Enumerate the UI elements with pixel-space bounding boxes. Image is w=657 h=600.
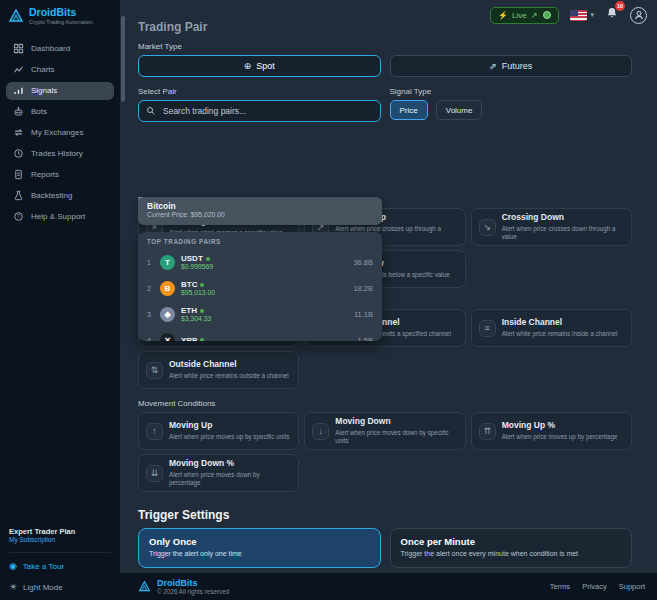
volume-button[interactable]: Volume <box>436 100 483 120</box>
profile-icon <box>633 9 645 21</box>
sidebar-item-signals[interactable]: Signals <box>6 82 114 100</box>
sidebar-item-bots[interactable]: Bots <box>6 103 114 121</box>
live-dot-icon <box>200 338 204 341</box>
sidebar-item-label: Dashboard <box>31 44 70 53</box>
btc-coin-icon: B <box>160 281 175 296</box>
dropdown-list: TOP TRADING PAIRS 1 T USDT $0.999569 36.… <box>138 232 382 341</box>
movement-conditions-label: Movement Conditions <box>138 399 632 408</box>
trigger-title: Once per Minute <box>401 536 622 547</box>
footer-link-terms[interactable]: Terms <box>550 582 570 591</box>
card-title: Moving Down % <box>169 459 291 468</box>
card-title: Inside Channel <box>502 318 618 327</box>
pair-price: $0.999569 <box>181 263 213 270</box>
sidebar-item-backtesting[interactable]: Backtesting <box>6 187 114 205</box>
app-root: DroidBits Crypto Trading Automation Dash… <box>0 0 657 600</box>
signal-type-group: Price Volume <box>390 100 633 120</box>
trigger-only-once[interactable]: Only Once Trigger the alert only one tim… <box>138 528 381 568</box>
condition-card-inside-channel[interactable]: ≡ Inside Channel Alert while price remai… <box>471 309 632 347</box>
select-pair-label: Select Pair <box>138 87 381 96</box>
pair-symbol: USDT <box>181 254 203 263</box>
pair-name: Bitcoin <box>147 201 373 211</box>
select-pair-field: Select Pair <box>138 87 381 122</box>
help-icon: ? <box>13 211 24 222</box>
sidebar: DroidBits Crypto Trading Automation Dash… <box>0 0 120 600</box>
footer-link-support[interactable]: Support <box>619 582 645 591</box>
footer-links: Terms Privacy Support <box>550 582 645 591</box>
dropdown-pair-usdt[interactable]: 1 T USDT $0.999569 36.8B <box>138 249 382 275</box>
pair-signal-row: Select Pair Signal Type Price Volume <box>138 87 632 122</box>
spot-button[interactable]: ⊕ Spot <box>138 55 381 77</box>
footer-logo-icon <box>138 580 151 593</box>
sidebar-bottom: Expert Trader Plan My Subscription ◉ Tak… <box>0 527 120 600</box>
pair-symbol: BTC <box>181 280 197 289</box>
price-button[interactable]: Price <box>390 100 428 120</box>
card-desc: Alert when price moves down by specific … <box>335 429 457 445</box>
dropdown-pair-btc[interactable]: 2 B BTC $95,013.00 18.2B <box>138 275 382 301</box>
moving-up-icon: ↑ <box>146 423 163 440</box>
dropdown-pair-eth[interactable]: 3 ◆ ETH $3,304.33 11.1B <box>138 301 382 327</box>
brand[interactable]: DroidBits Crypto Trading Automation <box>0 0 120 32</box>
trigger-once-per-minute[interactable]: Once per Minute Trigger the alert once e… <box>390 528 633 568</box>
sidebar-item-label: Bots <box>31 107 47 116</box>
dashboard-icon <box>13 43 24 54</box>
card-title: Moving Down <box>335 417 457 426</box>
condition-card-outside-channel[interactable]: ⇅ Outside Channel Alert while price rema… <box>138 351 299 389</box>
language-selector[interactable]: ▾ <box>570 10 594 21</box>
sidebar-item-reports[interactable]: Reports <box>6 166 114 184</box>
card-desc: Alert when price moves down by percentag… <box>169 471 291 487</box>
moving-up-pct-icon: ⇈ <box>479 423 496 440</box>
svg-text:?: ? <box>17 213 20 219</box>
pair-volume: 36.8B <box>353 258 373 267</box>
sidebar-item-label: Reports <box>31 170 59 179</box>
pair-volume: 11.1B <box>354 310 373 319</box>
live-indicator-dot <box>543 11 551 19</box>
pair-search-box[interactable] <box>138 100 381 122</box>
condition-card-moving-down[interactable]: ↓ Moving Down Alert when price moves dow… <box>304 412 465 450</box>
conditions-anchor: Price Conditions × Crossing Alert when p… <box>138 195 632 288</box>
condition-card-moving-up[interactable]: ↑ Moving Up Alert when price moves up by… <box>138 412 299 450</box>
condition-card-crossing-down[interactable]: ↘ Crossing Down Alert when price crosses… <box>471 208 632 246</box>
card-title: Moving Up <box>169 421 289 430</box>
content-scrollbar[interactable] <box>121 16 125 102</box>
inside-channel-icon: ≡ <box>479 320 496 337</box>
dropdown-pair-xrp[interactable]: 4 ✕ XRP 1.5B <box>138 327 382 341</box>
content: Trading Pair Market Type ⊕ Spot ⇗ Future… <box>120 0 657 573</box>
trigger-title: Only Once <box>149 536 370 547</box>
trigger-settings-heading: Trigger Settings <box>138 508 632 522</box>
pair-dropdown: Bitcoin Current Price: $95,020.00 TOP TR… <box>138 197 382 341</box>
live-dot-icon <box>206 257 210 261</box>
profile-button[interactable] <box>630 7 647 24</box>
sidebar-item-label: Charts <box>31 65 55 74</box>
condition-card-moving-down-pct[interactable]: ⇊ Moving Down % Alert when price moves d… <box>138 454 299 492</box>
sidebar-item-dashboard[interactable]: Dashboard <box>6 40 114 58</box>
live-dot-icon <box>200 309 204 313</box>
dropdown-option-bitcoin[interactable]: Bitcoin Current Price: $95,020.00 <box>138 197 382 225</box>
external-link-icon: ↗ <box>531 11 538 20</box>
sidebar-item-charts[interactable]: Charts <box>6 61 114 79</box>
theme-toggle[interactable]: ☀ Light Mode <box>9 577 111 592</box>
footer-link-privacy[interactable]: Privacy <box>582 582 607 591</box>
pair-rank: 4 <box>147 337 154 342</box>
live-dot-icon <box>200 283 204 287</box>
condition-card-moving-up-pct[interactable]: ⇈ Moving Up % Alert when price moves up … <box>471 412 632 450</box>
pair-volume: 1.5B <box>358 336 373 342</box>
notifications-button[interactable]: 10 <box>605 6 619 24</box>
futures-button[interactable]: ⇗ Futures <box>390 55 633 77</box>
sidebar-item-help-support[interactable]: ? Help & Support <box>6 208 114 226</box>
usdt-coin-icon: T <box>160 255 175 270</box>
pair-volume: 18.2B <box>353 284 373 293</box>
notification-badge: 10 <box>615 1 625 11</box>
card-desc: Alert when price moves up by percentage <box>502 433 618 441</box>
search-input[interactable] <box>161 105 373 117</box>
sidebar-item-label: Backtesting <box>31 191 72 200</box>
sidebar-item-my-exchanges[interactable]: My Exchanges <box>6 124 114 142</box>
tour-button[interactable]: ◉ Take a Tour <box>9 552 111 577</box>
subscription-link[interactable]: My Subscription <box>9 536 111 543</box>
report-doc-icon <box>13 169 24 180</box>
card-title: Outside Channel <box>169 360 289 369</box>
chevron-down-icon: ▾ <box>590 11 594 19</box>
eth-coin-icon: ◆ <box>160 307 175 322</box>
live-button[interactable]: ⚡ Live ↗ <box>490 7 559 24</box>
spot-icon: ⊕ <box>244 61 252 71</box>
sidebar-item-trades-history[interactable]: Trades History <box>6 145 114 163</box>
